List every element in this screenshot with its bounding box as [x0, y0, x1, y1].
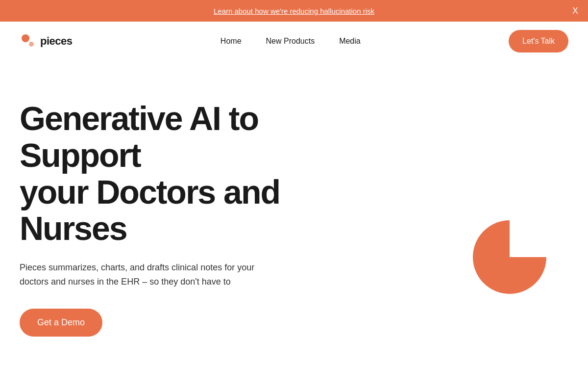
- banner-close-button[interactable]: X: [572, 6, 578, 16]
- nav-cta-button[interactable]: Let's Talk: [509, 30, 568, 53]
- hero-title-line1: Generative AI to Support: [20, 100, 258, 174]
- decorative-graphic: [470, 218, 549, 296]
- hero-title: Generative AI to Support your Doctors an…: [20, 100, 363, 247]
- announcement-banner: Learn about how we're reducing hallucina…: [0, 0, 588, 22]
- hero-subtitle: Pieces summarizes, charts, and drafts cl…: [20, 261, 284, 289]
- decorative-circle-svg: [470, 218, 549, 296]
- hero-section: Generative AI to Support your Doctors an…: [0, 61, 588, 366]
- svg-point-1: [29, 42, 34, 47]
- nav-left: pieces: [20, 32, 73, 50]
- logo-icon: [20, 32, 37, 50]
- svg-point-0: [22, 34, 29, 42]
- nav-center: Home New Products Media: [220, 37, 361, 46]
- nav-link-media[interactable]: Media: [339, 37, 361, 46]
- banner-link[interactable]: Learn about how we're reducing hallucina…: [214, 7, 374, 15]
- nav-link-home[interactable]: Home: [220, 37, 242, 46]
- logo-text: pieces: [40, 35, 73, 48]
- hero-cta-button[interactable]: Get a Demo: [20, 309, 102, 337]
- logo-link[interactable]: pieces: [20, 32, 73, 50]
- hero-title-line2: your Doctors and Nurses: [20, 173, 280, 247]
- nav-link-new-products[interactable]: New Products: [266, 37, 315, 46]
- navbar: pieces Home New Products Media Let's Tal…: [0, 22, 588, 61]
